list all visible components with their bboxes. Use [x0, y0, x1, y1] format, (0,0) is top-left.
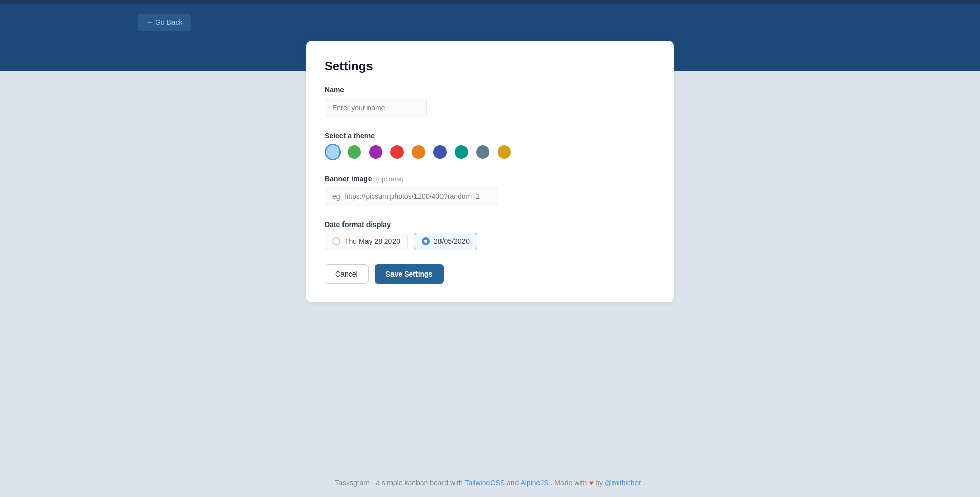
theme-dot-indigo[interactable] [432, 144, 448, 160]
theme-dots-container [325, 144, 655, 160]
card-wrapper: Settings Name Select a theme [306, 51, 674, 468]
heart-icon: ♥ [589, 479, 593, 487]
name-input[interactable] [325, 98, 427, 117]
save-settings-button[interactable]: Save Settings [375, 264, 444, 284]
header-bar: ← Go Back [0, 4, 980, 41]
settings-card: Settings Name Select a theme [306, 41, 674, 302]
theme-section: Select a theme [325, 132, 655, 160]
theme-dot-amber[interactable] [496, 144, 512, 160]
date-option-short-label: 28/05/2020 [434, 237, 470, 245]
date-option-long-label: Thu May 28 2020 [345, 237, 400, 245]
footer: Tasksgram - a simple kanban board with T… [0, 468, 980, 497]
date-format-section: Date format display Thu May 28 2020 28/0… [325, 220, 655, 250]
footer-made-with: . Made with [551, 479, 589, 487]
theme-dot-teal[interactable] [453, 144, 470, 160]
theme-label: Select a theme [325, 132, 655, 140]
banner-input[interactable] [325, 187, 498, 206]
button-row: Cancel Save Settings [325, 264, 655, 284]
name-section: Name [325, 86, 655, 117]
theme-dot-red[interactable] [389, 144, 405, 160]
banner-label: Banner image (optional) [325, 175, 655, 183]
banner-optional-label: (optional) [376, 175, 403, 183]
theme-dot-blue-light[interactable] [325, 144, 341, 160]
cancel-button[interactable]: Cancel [325, 264, 369, 284]
theme-dot-orange[interactable] [410, 144, 427, 160]
alpine-link[interactable]: AlpineJS [520, 479, 548, 487]
tailwind-link[interactable]: TailwindCSS [464, 479, 505, 487]
radio-long [332, 237, 340, 245]
date-option-long[interactable]: Thu May 28 2020 [325, 233, 408, 250]
footer-period: . [643, 479, 645, 487]
banner-section: Banner image (optional) [325, 175, 655, 206]
radio-short [422, 237, 430, 245]
theme-dot-green[interactable] [346, 144, 362, 160]
theme-dot-gray[interactable] [475, 144, 491, 160]
footer-by-text: by [595, 479, 605, 487]
footer-text-before: Tasksgram - a simple kanban board with [335, 479, 464, 487]
name-label: Name [325, 86, 655, 94]
settings-title: Settings [325, 59, 655, 73]
footer-and-text: and [507, 479, 520, 487]
go-back-button[interactable]: ← Go Back [138, 14, 191, 31]
author-link[interactable]: @mithicher [605, 479, 641, 487]
date-format-label: Date format display [325, 220, 655, 229]
top-accent-bar [0, 0, 980, 4]
date-format-options: Thu May 28 2020 28/05/2020 [325, 233, 655, 250]
theme-dot-purple[interactable] [368, 144, 384, 160]
date-option-short[interactable]: 28/05/2020 [414, 233, 477, 250]
page-body: Settings Name Select a theme [0, 71, 980, 468]
